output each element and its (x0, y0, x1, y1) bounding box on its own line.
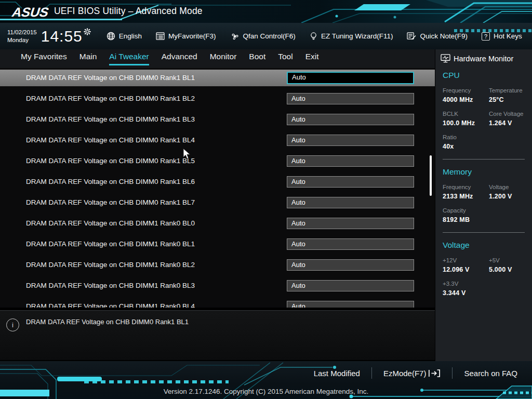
search-on-faq-button[interactable]: Search on FAQ (453, 369, 529, 378)
language-button[interactable]: English (107, 32, 142, 41)
setting-value-dropdown[interactable]: Auto (287, 197, 414, 208)
help-info-text: DRAM DATA REF Voltage on CHB DIMM0 Rank1… (26, 318, 189, 326)
datetime-display: 11/02/2015 Monday 14:55 (7, 28, 91, 45)
ez-tuning-wizard-button[interactable]: EZ Tuning Wizard(F11) (310, 32, 393, 41)
setting-label: DRAM DATA REF Voltage on CHB DIMM1 Rank0… (26, 261, 195, 269)
hw-sections: CPUFrequency4000 MHzTemperature25°CBCLK1… (435, 71, 532, 297)
hw-stat-value: 100.0 MHz (443, 119, 489, 127)
setting-row[interactable]: DRAM DATA REF Voltage on CHB DIMM0 Rank1… (0, 111, 435, 132)
setting-label: DRAM DATA REF Voltage on CHB DIMM0 Rank1… (26, 178, 195, 185)
time-display: 14:55 (41, 28, 91, 45)
setting-row[interactable]: DRAM DATA REF Voltage on CHB DIMM0 Rank1… (0, 90, 435, 111)
setting-row[interactable]: DRAM DATA REF Voltage on CHB DIMM0 Rank1… (0, 70, 435, 90)
hot-keys-button[interactable]: ? Hot Keys (482, 32, 522, 41)
hw-stat-value: 2133 MHz (443, 193, 489, 200)
hw-stat-value: 1.200 V (489, 193, 525, 200)
last-modified-button[interactable]: Last Modified (302, 369, 371, 378)
hw-stat: Frequency4000 MHz (443, 87, 489, 103)
tab-tool[interactable]: Tool (278, 52, 292, 65)
setting-label: DRAM DATA REF Voltage on CHB DIMM1 Rank0… (26, 219, 195, 227)
quick-note-button[interactable]: Quick Note(F9) (407, 32, 468, 41)
tab-main[interactable]: Main (79, 52, 97, 65)
hardware-monitor-header: Hardware Monitor (435, 49, 532, 63)
tab-advanced[interactable]: Advanced (162, 52, 197, 65)
version-text: Version 2.17.1246. Copyright (C) 2015 Am… (0, 388, 532, 395)
hw-stat-label: Core Voltage (489, 111, 525, 117)
setting-value-dropdown[interactable]: Auto (287, 93, 414, 104)
scrollbar-thumb[interactable] (430, 155, 432, 196)
setting-value-dropdown[interactable]: Auto (287, 176, 414, 188)
setting-row[interactable]: DRAM DATA REF Voltage on CHB DIMM1 Rank0… (0, 257, 435, 277)
lightbulb-icon (310, 32, 317, 41)
setting-row[interactable]: DRAM DATA REF Voltage on CHB DIMM0 Rank1… (0, 132, 435, 153)
hw-stat-value: 40x (443, 143, 489, 150)
setting-row[interactable]: DRAM DATA REF Voltage on CHB DIMM0 Rank1… (0, 194, 435, 215)
help-info-panel: i DRAM DATA REF Voltage on CHB DIMM0 Ran… (0, 310, 435, 360)
ezmode-exit-icon (428, 369, 441, 378)
setting-value-dropdown[interactable]: Auto (287, 135, 414, 146)
myfavorite-button[interactable]: MyFavorite(F3) (156, 32, 216, 40)
hardware-monitor-icon (441, 54, 450, 63)
setting-value-dropdown[interactable]: Auto (287, 114, 414, 125)
hw-stat: Frequency2133 MHz (443, 184, 489, 200)
setting-label: DRAM DATA REF Voltage on CHB DIMM0 Rank1… (26, 115, 195, 123)
hw-section-divider (443, 232, 525, 233)
setting-label: DRAM DATA REF Voltage on CHB DIMM0 Rank1… (26, 74, 195, 82)
hw-stat-label: +5V (489, 257, 525, 263)
hw-stat-label: Voltage (489, 184, 525, 190)
hw-stat-value: 3.344 V (443, 289, 489, 297)
hw-stat-label: Capacity (443, 207, 489, 214)
setting-label: DRAM DATA REF Voltage on CHB DIMM0 Rank1… (26, 136, 195, 144)
setting-value-dropdown[interactable]: Auto (287, 218, 414, 229)
setting-label: DRAM DATA REF Voltage on CHB DIMM1 Rank0… (26, 282, 195, 289)
hw-stat-label: Frequency (443, 87, 489, 94)
setting-row[interactable]: DRAM DATA REF Voltage on CHB DIMM0 Rank1… (0, 174, 435, 194)
setting-label: DRAM DATA REF Voltage on CHB DIMM0 Rank1… (26, 157, 195, 165)
ezmode-button[interactable]: EzMode(F7) (372, 369, 453, 378)
hw-stat: BCLK100.0 MHz (443, 111, 489, 127)
setting-value-dropdown[interactable]: Auto (287, 155, 414, 167)
hw-section-title-voltage: Voltage (443, 241, 525, 250)
hw-stat-label: Ratio (443, 134, 489, 140)
tab-ai-tweaker[interactable]: Ai Tweaker (109, 52, 149, 65)
tab-monitor[interactable]: Monitor (210, 52, 237, 65)
tab-boot[interactable]: Boot (249, 52, 265, 65)
setting-value-dropdown[interactable]: Auto (287, 301, 414, 308)
hw-stat-value: 4000 MHz (443, 96, 489, 103)
hw-stat: +3.3V3.344 V (443, 281, 489, 297)
date-display: 11/02/2015 Monday (7, 29, 37, 44)
hw-stat: Core Voltage1.264 V (489, 111, 525, 127)
setting-value-dropdown[interactable]: Auto (287, 259, 414, 271)
setting-value-dropdown[interactable]: Auto (287, 72, 414, 84)
setting-label: DRAM DATA REF Voltage on CHB DIMM0 Rank1… (26, 198, 195, 206)
qfan-control-button[interactable]: Qfan Control(F6) (230, 32, 296, 41)
info-icon: i (6, 318, 19, 331)
tab-my-favorites[interactable]: My Favorites (21, 52, 67, 65)
hw-stat-label: Frequency (443, 184, 489, 190)
hw-stat-label: +12V (443, 257, 489, 263)
setting-value-dropdown[interactable]: Auto (287, 238, 414, 250)
footer: Last Modified EzMode(F7) Search on FAQ (0, 361, 532, 399)
time-settings-gear-icon[interactable] (84, 28, 91, 35)
hw-stat-value: 12.096 V (443, 266, 489, 273)
setting-label: DRAM DATA REF Voltage on CHB DIMM1 Rank0… (26, 302, 195, 308)
asus-logo: ASUS (10, 5, 51, 20)
bios-screen: ASUS UEFI BIOS Utility – Advanced Mode 1… (0, 0, 532, 399)
setting-row[interactable]: DRAM DATA REF Voltage on CHB DIMM1 Rank0… (0, 277, 435, 298)
fan-icon (230, 32, 240, 41)
setting-row[interactable]: DRAM DATA REF Voltage on CHB DIMM1 Rank0… (0, 298, 435, 308)
hw-stat-label: Temperature (489, 87, 525, 94)
setting-row[interactable]: DRAM DATA REF Voltage on CHB DIMM1 Rank0… (0, 215, 435, 236)
mouse-cursor (183, 148, 191, 159)
favorite-list-icon (156, 32, 165, 40)
tab-exit[interactable]: Exit (305, 52, 319, 65)
settings-list: DRAM DATA REF Voltage on CHB DIMM0 Rank1… (0, 68, 435, 308)
setting-row[interactable]: DRAM DATA REF Voltage on CHB DIMM0 Rank1… (0, 153, 435, 174)
toolbar: 11/02/2015 Monday 14:55 (0, 23, 532, 49)
setting-value-dropdown[interactable]: Auto (287, 280, 414, 291)
setting-row[interactable]: DRAM DATA REF Voltage on CHB DIMM1 Rank0… (0, 236, 435, 257)
hw-stat: Temperature25°C (489, 87, 525, 103)
hw-stat: Capacity8192 MB (443, 207, 489, 223)
hw-stat-label: BCLK (443, 111, 489, 117)
hw-section-title-cpu: CPU (443, 71, 525, 80)
